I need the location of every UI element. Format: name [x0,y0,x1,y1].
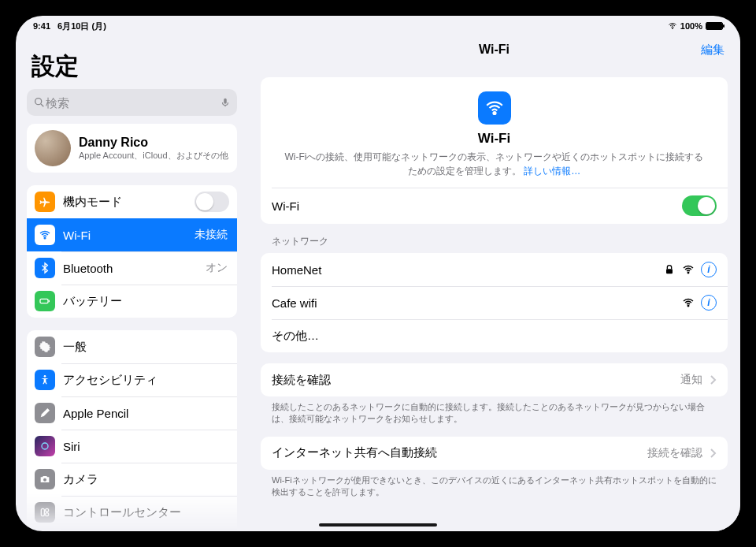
svg-point-11 [46,513,49,516]
siri-icon [35,436,55,456]
wifi-status-icon [668,21,677,31]
wifi-master-toggle-row[interactable]: Wi-Fi [261,188,728,224]
auto-join-hotspot-row[interactable]: インターネット共有へ自動接続 接続を確認 [261,437,728,470]
settings-sidebar: 設定 Danny Rico Apple Account、iCloud、およびその… [16,33,248,531]
sidebar-item-wifi[interactable]: Wi-Fi 未接続 [27,218,237,251]
airplane-icon [35,192,55,212]
sidebar-item-accessibility[interactable]: アクセシビリティ [27,363,237,396]
ask-footer: 接続したことのあるネットワークに自動的に接続します。接続したことのあるネットワー… [261,396,728,426]
battery-setting-icon [35,291,55,311]
profile-name: Danny Rico [79,136,228,150]
networks-heading: ネットワーク [261,235,728,253]
svg-point-6 [44,375,46,378]
lock-icon [663,263,676,276]
detail-navbar: Wi-Fi 編集 [248,33,740,66]
chevron-right-icon [709,448,717,459]
network-info-button[interactable]: i [701,295,717,311]
home-indicator[interactable] [319,523,437,527]
airplane-toggle[interactable] [195,192,229,212]
network-row[interactable]: Cafe wifi i [261,286,728,319]
wifi-hero-body: Wi-Fiへの接続、使用可能なネットワークの表示、ネットワークや近くのホットスポ… [285,151,704,177]
sidebar-item-general[interactable]: 一般 [27,330,237,363]
sidebar-group-general: 一般 アクセシビリティ Apple Pencil [27,330,237,531]
avatar [35,130,71,166]
svg-rect-2 [224,99,227,104]
sidebar-item-pencil[interactable]: Apple Pencil [27,396,237,430]
search-icon [33,96,46,109]
svg-rect-9 [41,508,44,515]
battery-icon [706,22,723,30]
svg-point-16 [493,112,495,114]
wifi-hero: Wi-Fi Wi-Fiへの接続、使用可能なネットワークの表示、ネットワークや近く… [261,77,728,188]
wifi-hero-icon [478,91,511,125]
camera-icon [35,469,55,489]
ipad-frame: 9:41 6月10日 (月) 100% 設定 [8,8,748,539]
sidebar-item-battery[interactable]: バッテリー [27,285,237,318]
svg-point-0 [672,28,673,29]
pencil-icon [35,403,55,423]
bluetooth-icon [35,258,55,278]
wifi-detail-pane: Wi-Fi 編集 Wi-Fi Wi-Fiへの接続、使用可能なネットワークの表示、… [248,33,740,531]
chevron-right-icon [709,374,717,385]
gear-icon [35,337,55,357]
settings-title: 設定 [20,33,243,89]
sidebar-item-home-screen[interactable]: ホーム画面とアプリライブラリ [27,529,237,531]
edit-button[interactable]: 編集 [701,43,724,58]
svg-rect-4 [40,299,48,303]
ask-to-join-row[interactable]: 接続を確認 通知 [261,363,728,396]
svg-point-1 [35,99,42,105]
sidebar-item-bluetooth[interactable]: Bluetooth オン [27,251,237,285]
wifi-hero-link[interactable]: 詳しい情報… [524,166,580,177]
svg-point-18 [687,272,689,274]
svg-point-10 [46,508,49,512]
sidebar-item-airplane[interactable]: 機内モード [27,185,237,218]
svg-point-8 [43,478,46,482]
wifi-hero-title: Wi-Fi [284,131,704,147]
svg-point-19 [687,305,689,307]
hotspot-footer: Wi-Fiネットワークが使用できないとき、このデバイスの近くにあるインターネット… [261,470,728,499]
network-row[interactable]: HomeNet i [261,253,728,286]
wifi-toggle[interactable] [682,195,717,216]
wifi-signal-icon [682,263,695,276]
wifi-icon [35,225,55,245]
profile-subtitle: Apple Account、iCloud、およびその他 [79,150,228,162]
control-center-icon [35,502,55,523]
svg-point-3 [44,237,46,239]
search-field[interactable] [27,89,237,116]
battery-percent: 100% [680,21,702,31]
mic-icon[interactable] [220,96,231,109]
accessibility-icon [35,370,55,390]
status-bar: 9:41 6月10日 (月) 100% [16,16,740,33]
status-time: 9:41 [33,21,50,31]
sidebar-item-control-center[interactable]: コントロールセンター [27,496,237,529]
svg-rect-17 [666,269,673,274]
screen: 9:41 6月10日 (月) 100% 設定 [16,16,740,531]
status-date: 6月10日 (月) [57,21,106,31]
svg-point-7 [42,443,48,449]
network-info-button[interactable]: i [701,262,717,277]
profile-card[interactable]: Danny Rico Apple Account、iCloud、およびその他 [27,124,237,173]
networks-list: HomeNet i Cafe wifi i その他… [261,253,728,352]
sidebar-item-camera[interactable]: カメラ [27,463,237,496]
detail-title: Wi-Fi [479,43,510,57]
search-input[interactable] [46,96,220,110]
other-network-row[interactable]: その他… [261,319,728,352]
wifi-signal-icon [682,296,695,309]
sidebar-item-siri[interactable]: Siri [27,430,237,463]
sidebar-group-connectivity: 機内モード Wi-Fi 未接続 Bluetooth [27,185,237,318]
